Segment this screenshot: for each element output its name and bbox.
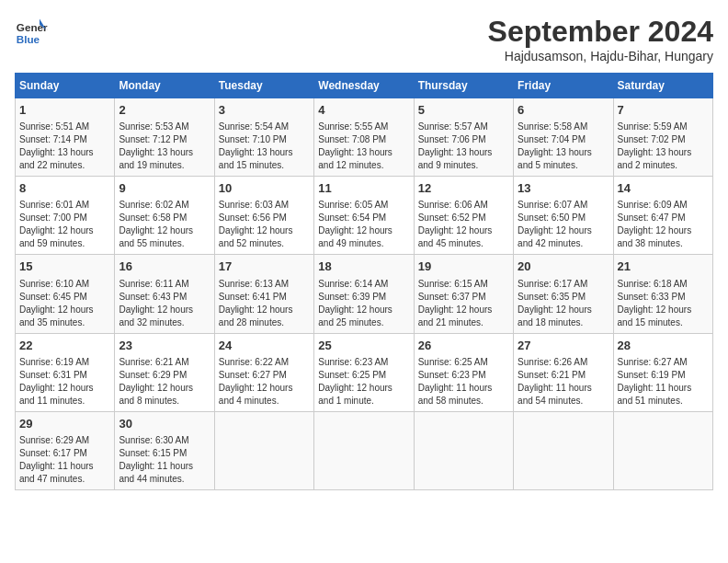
- day-number: 23: [119, 338, 210, 354]
- day-info: Sunrise: 5:54 AMSunset: 7:10 PMDaylight:…: [219, 121, 310, 172]
- calendar-cell: 15Sunrise: 6:10 AMSunset: 6:45 PMDayligh…: [16, 255, 115, 333]
- header: General Blue September 2024 Hajdusamson,…: [15, 15, 713, 63]
- day-number: 9: [119, 180, 210, 197]
- day-number: 24: [219, 338, 310, 354]
- weekday-header-row: SundayMondayTuesdayWednesdayThursdayFrid…: [16, 74, 713, 98]
- calendar-cell: 11Sunrise: 6:05 AMSunset: 6:54 PMDayligh…: [314, 177, 414, 255]
- calendar-cell: 22Sunrise: 6:19 AMSunset: 6:31 PMDayligh…: [16, 333, 115, 411]
- day-number: 25: [318, 338, 409, 354]
- calendar-container: General Blue September 2024 Hajdusamson,…: [15, 15, 713, 490]
- calendar-cell: 8Sunrise: 6:01 AMSunset: 7:00 PMDaylight…: [16, 177, 115, 255]
- day-number: 21: [618, 259, 709, 275]
- calendar-cell: 21Sunrise: 6:18 AMSunset: 6:33 PMDayligh…: [613, 255, 712, 333]
- calendar-cell: [514, 411, 613, 489]
- day-info: Sunrise: 5:51 AMSunset: 7:14 PMDaylight:…: [19, 121, 110, 172]
- calendar-week-row: 15Sunrise: 6:10 AMSunset: 6:45 PMDayligh…: [16, 255, 713, 333]
- calendar-table: SundayMondayTuesdayWednesdayThursdayFrid…: [15, 73, 713, 490]
- calendar-cell: 4Sunrise: 5:55 AMSunset: 7:08 PMDaylight…: [314, 98, 414, 177]
- day-info: Sunrise: 6:18 AMSunset: 6:33 PMDaylight:…: [618, 278, 709, 329]
- day-info: Sunrise: 5:58 AMSunset: 7:04 PMDaylight:…: [518, 121, 609, 172]
- day-number: 27: [518, 338, 609, 354]
- calendar-header: SundayMondayTuesdayWednesdayThursdayFrid…: [16, 74, 713, 98]
- calendar-cell: 25Sunrise: 6:23 AMSunset: 6:25 PMDayligh…: [314, 333, 414, 411]
- day-number: 3: [219, 102, 310, 119]
- calendar-week-row: 8Sunrise: 6:01 AMSunset: 7:00 PMDaylight…: [16, 177, 713, 255]
- day-number: 28: [618, 338, 709, 354]
- weekday-header-thursday: Thursday: [414, 74, 513, 98]
- day-number: 18: [318, 259, 409, 275]
- day-info: Sunrise: 6:27 AMSunset: 6:19 PMDaylight:…: [618, 356, 709, 408]
- day-info: Sunrise: 6:29 AMSunset: 6:17 PMDaylight:…: [19, 434, 110, 486]
- day-info: Sunrise: 6:10 AMSunset: 6:45 PMDaylight:…: [19, 278, 110, 329]
- day-info: Sunrise: 6:25 AMSunset: 6:23 PMDaylight:…: [418, 356, 509, 408]
- calendar-cell: 9Sunrise: 6:02 AMSunset: 6:58 PMDaylight…: [115, 177, 214, 255]
- day-number: 20: [518, 259, 609, 275]
- day-info: Sunrise: 6:01 AMSunset: 7:00 PMDaylight:…: [19, 199, 110, 250]
- calendar-cell: 12Sunrise: 6:06 AMSunset: 6:52 PMDayligh…: [414, 177, 513, 255]
- calendar-week-row: 22Sunrise: 6:19 AMSunset: 6:31 PMDayligh…: [16, 333, 713, 411]
- calendar-week-row: 29Sunrise: 6:29 AMSunset: 6:17 PMDayligh…: [16, 411, 713, 489]
- calendar-cell: 19Sunrise: 6:15 AMSunset: 6:37 PMDayligh…: [414, 255, 513, 333]
- day-number: 2: [119, 102, 210, 119]
- day-number: 14: [618, 180, 709, 197]
- calendar-cell: 20Sunrise: 6:17 AMSunset: 6:35 PMDayligh…: [514, 255, 613, 333]
- day-info: Sunrise: 6:03 AMSunset: 6:56 PMDaylight:…: [219, 199, 310, 250]
- day-info: Sunrise: 5:55 AMSunset: 7:08 PMDaylight:…: [318, 121, 409, 172]
- day-info: Sunrise: 5:53 AMSunset: 7:12 PMDaylight:…: [119, 121, 210, 172]
- day-info: Sunrise: 6:09 AMSunset: 6:47 PMDaylight:…: [618, 199, 709, 250]
- calendar-cell: 7Sunrise: 5:59 AMSunset: 7:02 PMDaylight…: [613, 98, 712, 177]
- weekday-header-monday: Monday: [115, 74, 214, 98]
- day-number: 17: [219, 259, 310, 275]
- day-number: 30: [119, 416, 210, 432]
- calendar-cell: [214, 411, 313, 489]
- day-number: 15: [19, 259, 110, 275]
- calendar-cell: 23Sunrise: 6:21 AMSunset: 6:29 PMDayligh…: [115, 333, 214, 411]
- weekday-header-saturday: Saturday: [613, 74, 712, 98]
- day-number: 26: [418, 338, 509, 354]
- day-info: Sunrise: 5:57 AMSunset: 7:06 PMDaylight:…: [418, 121, 509, 172]
- calendar-cell: 18Sunrise: 6:14 AMSunset: 6:39 PMDayligh…: [314, 255, 414, 333]
- month-title: September 2024: [488, 15, 713, 49]
- day-number: 6: [518, 102, 609, 119]
- day-number: 11: [318, 180, 409, 197]
- day-number: 4: [318, 102, 409, 119]
- calendar-cell: [314, 411, 414, 489]
- calendar-cell: 28Sunrise: 6:27 AMSunset: 6:19 PMDayligh…: [613, 333, 712, 411]
- day-number: 5: [418, 102, 509, 119]
- day-info: Sunrise: 6:21 AMSunset: 6:29 PMDaylight:…: [119, 356, 210, 408]
- location-subtitle: Hajdusamson, Hajdu-Bihar, Hungary: [488, 49, 713, 63]
- day-info: Sunrise: 5:59 AMSunset: 7:02 PMDaylight:…: [618, 121, 709, 172]
- day-info: Sunrise: 6:17 AMSunset: 6:35 PMDaylight:…: [518, 278, 609, 329]
- day-number: 22: [19, 338, 110, 354]
- day-number: 1: [19, 102, 110, 119]
- calendar-cell: 13Sunrise: 6:07 AMSunset: 6:50 PMDayligh…: [514, 177, 613, 255]
- day-info: Sunrise: 6:13 AMSunset: 6:41 PMDaylight:…: [219, 278, 310, 329]
- day-number: 10: [219, 180, 310, 197]
- calendar-cell: 3Sunrise: 5:54 AMSunset: 7:10 PMDaylight…: [214, 98, 313, 177]
- day-info: Sunrise: 6:19 AMSunset: 6:31 PMDaylight:…: [19, 356, 110, 408]
- day-info: Sunrise: 6:22 AMSunset: 6:27 PMDaylight:…: [219, 356, 310, 408]
- day-info: Sunrise: 6:11 AMSunset: 6:43 PMDaylight:…: [119, 278, 210, 329]
- title-block: September 2024 Hajdusamson, Hajdu-Bihar,…: [488, 15, 713, 63]
- calendar-cell: 24Sunrise: 6:22 AMSunset: 6:27 PMDayligh…: [214, 333, 313, 411]
- calendar-week-row: 1Sunrise: 5:51 AMSunset: 7:14 PMDaylight…: [16, 98, 713, 177]
- day-number: 12: [418, 180, 509, 197]
- day-info: Sunrise: 6:07 AMSunset: 6:50 PMDaylight:…: [518, 199, 609, 250]
- calendar-cell: 6Sunrise: 5:58 AMSunset: 7:04 PMDaylight…: [514, 98, 613, 177]
- calendar-cell: 17Sunrise: 6:13 AMSunset: 6:41 PMDayligh…: [214, 255, 313, 333]
- calendar-cell: 2Sunrise: 5:53 AMSunset: 7:12 PMDaylight…: [115, 98, 214, 177]
- day-info: Sunrise: 6:30 AMSunset: 6:15 PMDaylight:…: [119, 434, 210, 486]
- calendar-cell: 27Sunrise: 6:26 AMSunset: 6:21 PMDayligh…: [514, 333, 613, 411]
- day-info: Sunrise: 6:14 AMSunset: 6:39 PMDaylight:…: [318, 278, 409, 329]
- weekday-header-sunday: Sunday: [16, 74, 115, 98]
- day-number: 19: [418, 259, 509, 275]
- day-info: Sunrise: 6:26 AMSunset: 6:21 PMDaylight:…: [518, 356, 609, 408]
- calendar-body: 1Sunrise: 5:51 AMSunset: 7:14 PMDaylight…: [16, 98, 713, 490]
- calendar-cell: 29Sunrise: 6:29 AMSunset: 6:17 PMDayligh…: [16, 411, 115, 489]
- day-info: Sunrise: 6:15 AMSunset: 6:37 PMDaylight:…: [418, 278, 509, 329]
- day-number: 13: [518, 180, 609, 197]
- day-info: Sunrise: 6:23 AMSunset: 6:25 PMDaylight:…: [318, 356, 409, 408]
- logo-icon: General Blue: [15, 15, 48, 48]
- weekday-header-tuesday: Tuesday: [214, 74, 313, 98]
- day-number: 8: [19, 180, 110, 197]
